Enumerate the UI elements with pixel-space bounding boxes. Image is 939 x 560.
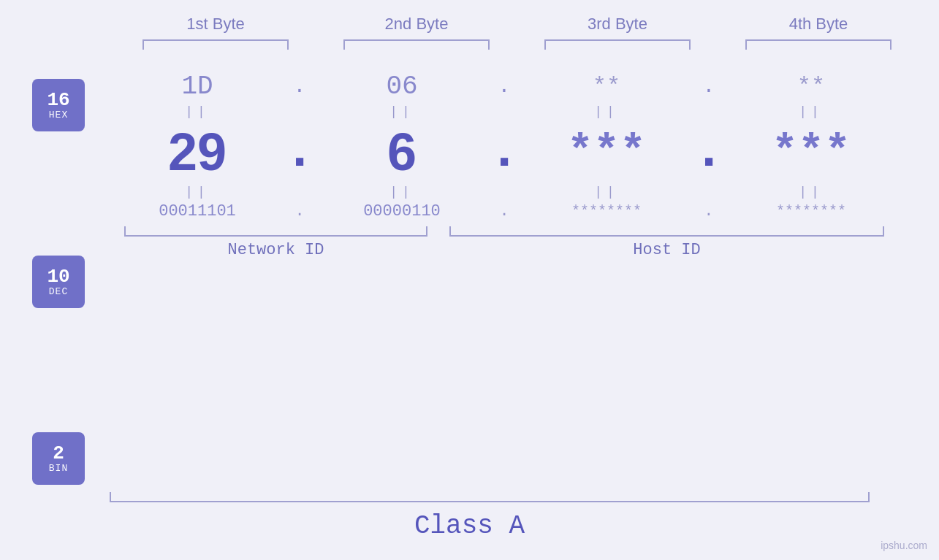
eq2-2: || xyxy=(329,185,475,199)
hex-badge-label: HEX xyxy=(49,110,68,120)
bin-dot-2: . xyxy=(499,202,509,220)
hex-val-2: 06 xyxy=(386,72,417,101)
hex-byte-1: 1D xyxy=(124,72,270,101)
bin-val-4: ******** xyxy=(776,203,846,220)
dec-dot-2: . xyxy=(488,122,520,182)
byte-header-4: 4th Byte xyxy=(745,15,892,34)
dec-badge-label: DEC xyxy=(49,287,68,297)
watermark: ipshu.com xyxy=(881,540,927,551)
dec-val-2: 6 xyxy=(387,122,417,182)
eq-3: || xyxy=(533,104,680,119)
byte-header-2: 2nd Byte xyxy=(343,15,490,34)
dec-val-4: *** xyxy=(772,127,851,177)
main-container: 1st Byte 2nd Byte 3rd Byte 4th Byte 16 H… xyxy=(0,0,939,560)
byte-header-1: 1st Byte xyxy=(142,15,289,34)
hex-byte-4: ** xyxy=(738,73,884,100)
bin-val-2: 00000110 xyxy=(363,202,441,220)
hex-badge-number: 16 xyxy=(47,90,69,111)
hex-val-1: 1D xyxy=(181,72,213,101)
class-a-label: Class A xyxy=(414,511,525,541)
bin-val-1: 00011101 xyxy=(159,202,236,220)
section-labels: Network ID Host ID xyxy=(102,237,906,259)
bin-byte-2: 00000110 xyxy=(329,202,475,220)
dec-val-1: 29 xyxy=(168,122,227,182)
dec-badge: 10 DEC xyxy=(32,256,85,308)
dec-val-3: *** xyxy=(567,127,646,177)
hex-dot-2: . xyxy=(493,75,515,98)
dec-byte-1: 29 xyxy=(124,122,270,182)
eq-4: || xyxy=(738,104,884,119)
full-bracket-container xyxy=(110,492,870,502)
dec-byte-4: *** xyxy=(738,127,884,177)
bin-badge: 2 BIN xyxy=(32,432,85,485)
badges-column: 16 HEX 10 DEC 2 BIN xyxy=(0,64,102,485)
full-bottom-bracket xyxy=(110,492,870,502)
section-brackets xyxy=(102,220,906,237)
byte-headers-row: 1st Byte 2nd Byte 3rd Byte 4th Byte xyxy=(115,15,919,34)
bin-dot-3: . xyxy=(704,202,713,220)
bracket-3 xyxy=(544,39,691,50)
bin-byte-3: ******** xyxy=(533,203,680,220)
dec-badge-number: 10 xyxy=(47,266,69,288)
host-bracket xyxy=(449,226,884,237)
dec-byte-2: 6 xyxy=(329,122,475,182)
byte-header-3: 3rd Byte xyxy=(544,15,691,34)
dec-dot-1: . xyxy=(284,122,315,182)
hex-badge: 16 HEX xyxy=(32,79,85,131)
dec-byte-3: *** xyxy=(533,127,680,177)
eq-1: || xyxy=(124,104,270,119)
bin-dot-1: . xyxy=(294,202,304,220)
bin-byte-4: ******** xyxy=(738,203,884,220)
hex-dot-3: . xyxy=(698,75,720,98)
bracket-1 xyxy=(142,39,289,50)
network-id-label: Network ID xyxy=(124,241,427,259)
bin-val-3: ******** xyxy=(571,203,642,220)
hex-byte-2: 06 xyxy=(329,72,475,101)
eq2-4: || xyxy=(738,185,884,199)
dec-dot-3: . xyxy=(693,122,724,182)
bracket-4 xyxy=(745,39,892,50)
class-label-container: Class A xyxy=(0,511,939,541)
bin-badge-label: BIN xyxy=(49,464,68,474)
hex-byte-3: ** xyxy=(533,73,680,100)
eq2-1: || xyxy=(124,185,270,199)
hex-val-3: ** xyxy=(593,73,620,100)
hex-val-4: ** xyxy=(797,73,825,100)
bracket-2 xyxy=(343,39,490,50)
eq2-3: || xyxy=(533,185,680,199)
top-brackets xyxy=(115,39,919,50)
network-bracket xyxy=(124,226,427,237)
data-area: 1D . 06 . ** . ** || || xyxy=(102,64,939,485)
host-id-label: Host ID xyxy=(449,241,884,259)
bin-badge-number: 2 xyxy=(53,443,64,464)
bin-byte-1: 00011101 xyxy=(124,202,270,220)
eq-2: || xyxy=(329,104,475,119)
hex-dot-1: . xyxy=(289,75,311,98)
